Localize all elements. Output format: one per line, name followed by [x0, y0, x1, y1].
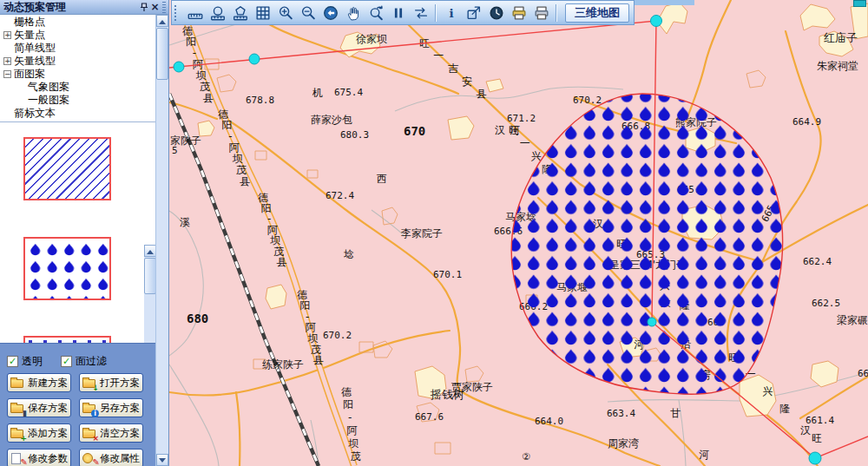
plan-controls: ✓透明✓面过滤 新建方案↓打开方案▮保存方案i另存方案+添加方案×清空方案✎修改…	[0, 343, 157, 466]
folder-add-button[interactable]: +添加方案	[7, 423, 71, 443]
map-3d-button[interactable]: 三维地图	[565, 3, 629, 23]
pin-icon[interactable]	[138, 2, 149, 13]
panel-header: 动态预案管理 ×	[0, 0, 168, 15]
folder-new-button[interactable]: 新建方案	[7, 373, 71, 392]
diagonal-hatch-swatch[interactable]	[23, 137, 111, 200]
swap-icon[interactable]	[410, 3, 431, 23]
grid-icon[interactable]	[252, 3, 273, 23]
pattern-list-scrollbar[interactable]	[144, 245, 156, 343]
tree-item-矢量线型[interactable]: +矢量线型	[0, 55, 157, 68]
full-extent-icon[interactable]	[319, 3, 341, 23]
checkbox-透明[interactable]: ✓透明	[7, 354, 43, 369]
map-viewport[interactable]: 徐家坝红庙子朱家祠堂664.9熊家院子666.8670.2671.2675.4机…	[169, 0, 868, 466]
button-label: 添加方案	[28, 427, 68, 440]
vertex-handle[interactable]	[648, 318, 656, 326]
tree-item-矢量点[interactable]: +矢量点	[0, 29, 157, 42]
collapse-icon[interactable]: −	[3, 70, 11, 78]
road-label-char: 旺	[812, 432, 822, 444]
partial-swatch[interactable]	[23, 336, 111, 343]
tree-item-label: 矢量点	[14, 29, 45, 42]
close-icon[interactable]: ×	[149, 2, 161, 13]
road-label-char: 安	[462, 75, 472, 88]
measure-distance-icon[interactable]	[184, 3, 206, 23]
map-label: ②	[522, 451, 530, 463]
clock-icon[interactable]	[485, 3, 507, 23]
tree-item-label: 箭标文本	[14, 107, 56, 120]
expand-icon[interactable]: +	[3, 31, 11, 39]
pattern-list	[0, 121, 157, 343]
vertex-handle[interactable]	[651, 16, 662, 27]
zoom-out-icon[interactable]	[297, 3, 319, 23]
tree-item-label: 简单线型	[14, 42, 56, 55]
folder-save-icon: ▮	[10, 402, 25, 415]
zoom-previous-icon[interactable]	[365, 3, 386, 23]
panel-grip[interactable]	[162, 2, 166, 13]
checkbox-icon[interactable]: ✓	[61, 356, 72, 367]
plan-manager-panel: 动态预案管理 × 栅格点+矢量点简单线型+矢量线型−面图案气象图案一般图案箭标文…	[0, 0, 169, 466]
road-label-char: 县	[313, 354, 324, 366]
tree-item-栅格点[interactable]: 栅格点	[0, 16, 157, 29]
tree-item-箭标文本[interactable]: 箭标文本	[0, 107, 157, 120]
button-label: 保存方案	[28, 402, 68, 415]
export-icon[interactable]	[463, 3, 484, 23]
panel-scrollbar[interactable]	[155, 15, 168, 466]
checkbox-icon[interactable]: ✓	[7, 356, 18, 367]
road-label-char: 阿	[346, 424, 358, 436]
road-label-char: 汉	[800, 424, 811, 436]
vertex-handle[interactable]	[809, 452, 821, 464]
checkbox-label: 透明	[22, 354, 43, 369]
button-label: 新建方案	[28, 377, 68, 390]
tree-item-面图案[interactable]: −面图案	[0, 68, 157, 81]
road-label-char: 县	[240, 175, 250, 187]
road-label-char: 茂	[200, 81, 210, 93]
pan-hand-icon[interactable]	[342, 3, 364, 23]
expand-icon[interactable]: +	[3, 57, 11, 65]
map-label: 周家湾	[608, 437, 639, 450]
folder-clear-button[interactable]: ×清空方案	[79, 423, 143, 443]
tree-item-label: 一般图案	[28, 94, 69, 107]
folder-open-button[interactable]: ↓打开方案	[79, 373, 143, 392]
vertex-handle[interactable]	[174, 62, 184, 72]
road-label-char: 兴	[763, 385, 773, 397]
tree-item-气象图案[interactable]: 气象图案	[0, 81, 157, 94]
road-label-char: 吉	[448, 62, 459, 75]
scroll-thumb[interactable]	[144, 258, 156, 294]
map-label: 663.4	[607, 408, 635, 419]
pause-icon[interactable]	[387, 3, 409, 23]
zoom-in-icon[interactable]	[274, 3, 296, 23]
map-label: 摇钱树	[430, 388, 464, 401]
tree-item-一般图案[interactable]: 一般图案	[0, 94, 157, 107]
road-label-char: 旺	[509, 124, 519, 136]
tree-item-label: 面图案	[14, 68, 45, 81]
raindrop-fill-swatch[interactable]	[23, 237, 111, 300]
scroll-down-icon[interactable]	[156, 454, 168, 466]
folder-saveas-icon: i	[82, 402, 97, 415]
measure-polygon-icon[interactable]	[229, 3, 251, 23]
map-label: 675.4	[334, 87, 363, 98]
measure-circle-icon[interactable]	[207, 3, 228, 23]
map-label: 甘	[670, 407, 681, 419]
toolbar-separator	[556, 4, 557, 22]
toolbar-grip[interactable]	[174, 5, 180, 21]
tree-item-简单线型[interactable]: 简单线型	[0, 42, 157, 55]
edit-params-button[interactable]: ✎修改参数	[7, 449, 71, 466]
map-canvas[interactable]: 徐家坝红庙子朱家祠堂664.9熊家院子666.8670.2671.2675.4机…	[169, 0, 868, 466]
panel-title: 动态预案管理	[3, 0, 138, 15]
checkbox-面过滤[interactable]: ✓面过滤	[61, 354, 107, 369]
edit-params-icon: ✎	[10, 452, 25, 465]
map-label: 670.2	[323, 330, 352, 341]
edit-attrs-button[interactable]: ✎修改属性	[79, 449, 143, 466]
map-label: 薛家沙包	[311, 114, 352, 126]
print-preview-icon[interactable]	[508, 3, 529, 23]
map-label: 西	[377, 173, 387, 185]
map-label: 5	[172, 145, 178, 156]
scroll-up-icon[interactable]	[144, 245, 156, 257]
folder-saveas-button[interactable]: i另存方案	[79, 398, 143, 417]
info-icon[interactable]: i	[440, 3, 462, 23]
scroll-up-icon[interactable]	[156, 15, 168, 27]
print-icon[interactable]	[530, 3, 552, 23]
folder-save-button[interactable]: ▮保存方案	[7, 398, 71, 417]
scroll-thumb[interactable]	[156, 28, 168, 80]
vertex-handle[interactable]	[249, 54, 260, 64]
button-label: 清空方案	[100, 427, 140, 440]
